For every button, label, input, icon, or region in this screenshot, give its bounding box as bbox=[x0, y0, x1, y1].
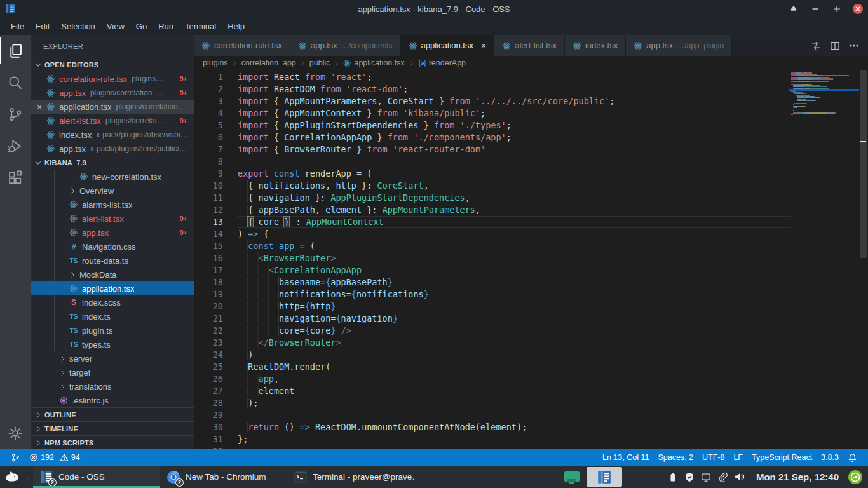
scrollbar-slider[interactable] bbox=[860, 70, 867, 258]
code-line-30[interactable]: return () => ReactDOM.unmountComponentAt… bbox=[238, 421, 791, 433]
tree-item-index.scss[interactable]: Sindex.scss bbox=[31, 295, 194, 309]
tree-item-target[interactable]: target bbox=[31, 365, 194, 379]
section-timeline[interactable]: TIMELINE bbox=[31, 421, 194, 435]
menu-file[interactable]: File bbox=[5, 19, 30, 34]
open-editor-index.tsx[interactable]: ×index.tsxx-pack/plugins/observabi… bbox=[31, 128, 194, 142]
code-content[interactable]: import React from 'react';import ReactDO… bbox=[238, 71, 791, 449]
panel-handle[interactable]: ⋮ bbox=[24, 476, 31, 478]
notifications-bell[interactable] bbox=[843, 453, 862, 463]
code-line-24[interactable]: ) bbox=[238, 349, 791, 361]
tree-item-MockData[interactable]: MockData bbox=[31, 268, 194, 281]
code-line-1[interactable]: import React from 'react'; bbox=[238, 71, 791, 83]
activity-source-control[interactable] bbox=[0, 98, 31, 130]
tree-item-Overview[interactable]: Overview bbox=[31, 184, 194, 198]
code-line-26[interactable]: app, bbox=[238, 373, 791, 385]
open-editor-alert-list.tsx[interactable]: ×alert-list.tsxplugins/correlat…9+ bbox=[31, 114, 194, 128]
code-line-29[interactable] bbox=[238, 409, 791, 421]
eol-sequence[interactable]: LF bbox=[729, 453, 747, 462]
minimap[interactable] bbox=[791, 72, 859, 117]
menu-selection[interactable]: Selection bbox=[55, 19, 100, 34]
taskbar-window-terminal[interactable]: Terminal - praveer@prave… bbox=[287, 466, 414, 488]
activity-extensions[interactable] bbox=[0, 162, 31, 194]
menu-terminal[interactable]: Terminal bbox=[179, 19, 222, 34]
code-editor[interactable]: 1234567891011121314151617181920212223242… bbox=[194, 70, 868, 449]
code-line-2[interactable]: import ReactDOM from 'react-dom'; bbox=[238, 83, 791, 95]
code-line-31[interactable]: }; bbox=[238, 433, 791, 445]
tab-app.tsx-components[interactable]: app.tsx…/components bbox=[290, 35, 401, 56]
code-line-27[interactable]: element bbox=[238, 385, 791, 397]
volume-icon[interactable] bbox=[734, 471, 745, 482]
taskbar-window-code[interactable]: 2Code - OSS bbox=[33, 466, 160, 488]
tree-item-.eslintrc.js[interactable]: .eslintrc.js bbox=[31, 393, 194, 407]
taskbar-window-new[interactable]: 2New Tab - Chromium bbox=[160, 466, 287, 488]
code-line-3[interactable]: import { AppMountParameters, CoreStart }… bbox=[238, 95, 791, 107]
open-editor-app.tsx[interactable]: ×app.tsxplugins/correlation_…9+ bbox=[31, 86, 194, 100]
activity-search[interactable] bbox=[0, 67, 31, 98]
activity-settings[interactable] bbox=[0, 417, 31, 449]
code-line-20[interactable]: http={http} bbox=[238, 301, 791, 313]
code-line-15[interactable]: const app = ( bbox=[238, 240, 791, 252]
breadcrumb-application.tsx[interactable]: application.tsx bbox=[343, 58, 404, 67]
tree-item-plugin.ts[interactable]: TSplugin.ts bbox=[31, 323, 194, 337]
tree-item-translations[interactable]: translations bbox=[31, 379, 194, 393]
split-editor-icon[interactable] bbox=[830, 41, 840, 51]
tree-item-application.tsx[interactable]: application.tsx bbox=[31, 281, 194, 295]
code-line-8[interactable] bbox=[238, 156, 791, 168]
breadcrumb-public[interactable]: public bbox=[309, 58, 330, 67]
code-line-23[interactable]: </BrowserRouter> bbox=[238, 337, 791, 349]
tree-item-server[interactable]: server bbox=[31, 351, 194, 365]
tab-app.tsx-app_plugin[interactable]: app.tsx…/app_plugin bbox=[626, 35, 732, 56]
code-line-12[interactable]: { appBasePath, element }: AppMountParame… bbox=[238, 204, 791, 216]
language-mode[interactable]: TypeScript React bbox=[747, 453, 817, 462]
open-editor-correlation-rule.tsx[interactable]: ×correlation-rule.tsxplugins…9+ bbox=[31, 72, 194, 86]
code-line-9[interactable]: export const renderApp = ( bbox=[238, 168, 791, 180]
code-line-18[interactable]: basename={appBasePath} bbox=[238, 276, 791, 288]
code-line-6[interactable]: import { CorrelationAppApp } from './com… bbox=[238, 132, 791, 144]
breadcrumb-plugins[interactable]: plugins bbox=[203, 58, 228, 67]
cursor-position[interactable]: Ln 13, Col 11 bbox=[598, 453, 653, 462]
close-tab-icon[interactable]: × bbox=[481, 41, 486, 51]
code-line-7[interactable]: import { BrowserRouter } from 'react-rou… bbox=[238, 144, 791, 156]
open-editor-application.tsx[interactable]: ×application.tsxplugins/correlation… bbox=[31, 100, 194, 114]
tree-item-alarms-list.tsx[interactable]: alarms-list.tsx bbox=[31, 198, 194, 212]
menu-go[interactable]: Go bbox=[130, 19, 153, 34]
tab-correlation-rule.tsx[interactable]: correlation-rule.tsx bbox=[194, 35, 290, 56]
open-editor-app.tsx[interactable]: ×app.tsxx-pack/plugins/lens/public/… bbox=[31, 142, 194, 156]
tree-item-new-correlation.tsx[interactable]: new-correlation.tsx bbox=[31, 170, 194, 184]
tree-item-types.ts[interactable]: TStypes.ts bbox=[31, 337, 194, 351]
code-line-25[interactable]: ReactDOM.render( bbox=[238, 361, 791, 373]
code-line-5[interactable]: import { AppPluginStartDependencies } fr… bbox=[238, 119, 791, 132]
code-line-22[interactable]: core={core} /> bbox=[238, 325, 791, 337]
code-line-17[interactable]: <CorrelationAppApp bbox=[238, 264, 791, 276]
remote-branch-indicator[interactable] bbox=[6, 449, 25, 466]
code-line-11[interactable]: { navigation }: AppPluginStartDependenci… bbox=[238, 192, 791, 204]
tree-item-index.ts[interactable]: TSindex.ts bbox=[31, 309, 194, 323]
paperclip-icon[interactable] bbox=[717, 472, 728, 482]
tab-alert-list.tsx[interactable]: alert-list.tsx bbox=[494, 35, 565, 56]
menu-help[interactable]: Help bbox=[222, 19, 250, 34]
section-outline[interactable]: OUTLINE bbox=[31, 407, 194, 421]
open-editors-header[interactable]: OPEN EDITORS bbox=[31, 58, 194, 72]
tree-item-route-data.ts[interactable]: TSroute-data.ts bbox=[31, 254, 194, 268]
shield-check-icon[interactable] bbox=[684, 472, 695, 482]
activity-run-debug[interactable] bbox=[0, 130, 31, 162]
tab-application.tsx[interactable]: application.tsx× bbox=[401, 35, 495, 56]
maximize-button[interactable] bbox=[831, 3, 843, 15]
code-line-4[interactable]: import { AppMountContext } from 'kibana/… bbox=[238, 107, 791, 119]
editor-scrollbar[interactable] bbox=[859, 70, 868, 449]
window-close-button[interactable]: ✕ bbox=[853, 4, 863, 14]
minimize-button[interactable] bbox=[810, 3, 821, 15]
code-line-21[interactable]: navigation={navigation} bbox=[238, 313, 791, 325]
menu-edit[interactable]: Edit bbox=[30, 19, 55, 34]
open-changes-icon[interactable] bbox=[811, 41, 821, 51]
keep-above-button[interactable] bbox=[788, 3, 799, 15]
code-line-28[interactable]: ); bbox=[238, 397, 791, 409]
breadcrumb-renderApp[interactable]: renderApp bbox=[418, 58, 466, 67]
green-display-icon[interactable] bbox=[564, 470, 580, 484]
section-npm-scripts[interactable]: NPM SCRIPTS bbox=[31, 435, 194, 449]
code-line-13[interactable]: { core } : AppMountContext bbox=[238, 216, 791, 228]
menu-view[interactable]: View bbox=[101, 19, 130, 34]
activity-explorer[interactable] bbox=[0, 35, 31, 67]
code-line-19[interactable]: notifications={notifications} bbox=[238, 288, 791, 301]
project-header[interactable]: KIBANA_7.9 bbox=[31, 156, 194, 170]
